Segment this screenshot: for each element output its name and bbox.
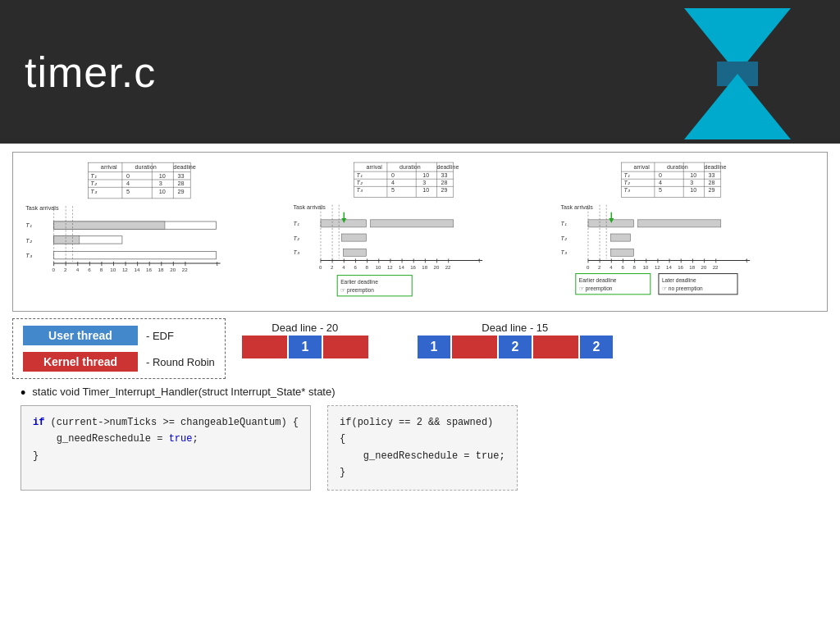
svg-text:Task arrivals: Task arrivals	[561, 204, 594, 211]
deadline-group-1: Dead line - 20 1	[242, 322, 368, 358]
bar-red-2	[323, 336, 368, 358]
svg-text:29: 29	[709, 187, 715, 194]
svg-text:T₁: T₁	[561, 221, 567, 227]
svg-text:4: 4	[610, 265, 614, 270]
svg-text:Earlier deadline: Earlier deadline	[579, 277, 617, 283]
diagram-3: arrival duration deadline T₁ 0 10 33 T₂ …	[557, 159, 819, 304]
svg-text:T₃: T₃	[624, 187, 631, 194]
svg-rect-147	[588, 220, 634, 227]
svg-text:arrival: arrival	[101, 163, 117, 171]
svg-text:duration: duration	[667, 164, 688, 171]
code-block-1: if (current->numTicks >= changeableQuant…	[21, 405, 311, 491]
diagram-2-svg: arrival duration deadline T₁ 0 10 33 T₂ …	[290, 159, 551, 304]
legend-box: User thread - EDF Kernel thread - Round …	[12, 318, 226, 379]
svg-text:8: 8	[365, 265, 368, 270]
svg-text:4: 4	[126, 180, 130, 187]
bar-blue-4: 2	[580, 336, 613, 358]
svg-text:T₂: T₂	[293, 235, 299, 242]
svg-text:22: 22	[713, 265, 719, 270]
svg-text:10: 10	[422, 172, 429, 179]
svg-text:6: 6	[354, 265, 357, 270]
svg-text:22: 22	[182, 267, 188, 272]
svg-text:2: 2	[331, 265, 334, 270]
logo	[684, 8, 791, 139]
deadline-1-label: Dead line - 20	[272, 322, 338, 334]
svg-text:6: 6	[622, 265, 625, 270]
svg-text:T₃: T₃	[25, 252, 32, 259]
svg-text:arrival: arrival	[634, 164, 651, 171]
svg-rect-89	[343, 249, 366, 256]
bullet-section: • static void Timer_Interrupt_Handler(st…	[21, 386, 828, 400]
svg-text:duration: duration	[399, 164, 421, 171]
svg-text:T₂: T₂	[25, 237, 32, 244]
svg-text:14: 14	[666, 265, 672, 270]
svg-rect-148	[638, 220, 721, 227]
bars-group-1: 1	[242, 336, 368, 358]
svg-text:10: 10	[159, 172, 166, 180]
svg-rect-28	[54, 236, 80, 244]
code1-true: true	[169, 433, 193, 445]
svg-rect-150	[611, 234, 631, 241]
code2-line2: {	[340, 433, 345, 445]
svg-text:22: 22	[445, 265, 450, 270]
svg-text:Task arrivals: Task arrivals	[293, 204, 326, 211]
logo-bottom-triangle	[684, 74, 791, 139]
svg-text:18: 18	[690, 265, 696, 270]
svg-text:T₃: T₃	[561, 249, 568, 256]
svg-text:8: 8	[100, 267, 103, 272]
bullet-text: static void Timer_Interrupt_Handler(stru…	[32, 386, 335, 398]
svg-text:deadline: deadline	[436, 164, 459, 171]
svg-text:10: 10	[159, 188, 166, 195]
code1-indent: g_needReschedule =	[33, 433, 169, 445]
svg-text:2: 2	[598, 265, 601, 270]
svg-text:5: 5	[659, 187, 662, 194]
svg-text:4: 4	[76, 267, 80, 272]
svg-text:3: 3	[159, 180, 162, 187]
timeline-area: Dead line - 20 1 Dead line - 15 1 2 2	[242, 318, 828, 362]
svg-text:2: 2	[64, 267, 67, 272]
svg-text:0: 0	[587, 265, 590, 270]
svg-text:0: 0	[126, 172, 130, 180]
svg-rect-25	[54, 221, 165, 229]
bullet-dot: •	[21, 386, 25, 400]
svg-text:28: 28	[178, 180, 185, 187]
svg-text:4: 4	[391, 180, 395, 186]
svg-text:29: 29	[441, 187, 447, 194]
svg-text:3: 3	[422, 180, 426, 186]
round-robin-label: - Round Robin	[146, 356, 215, 368]
svg-text:6: 6	[88, 267, 91, 272]
diagram-1-svg: arrival duration deadline T₁ 0 10 33 T₂ …	[21, 159, 283, 304]
svg-text:0: 0	[659, 172, 662, 179]
svg-text:12: 12	[122, 267, 128, 272]
diagram-2: arrival duration deadline T₁ 0 10 33 T₂ …	[290, 159, 551, 304]
svg-text:t: t	[746, 258, 747, 264]
svg-rect-152	[611, 249, 634, 256]
svg-text:T₂: T₂	[90, 180, 97, 187]
svg-text:Later deadline: Later deadline	[662, 277, 696, 283]
svg-text:20: 20	[701, 265, 707, 270]
bars-group-2: 1 2 2	[418, 336, 613, 358]
svg-text:10: 10	[375, 265, 381, 270]
user-thread-legend: User thread - EDF	[23, 326, 215, 345]
svg-rect-87	[341, 234, 366, 241]
code1-if-keyword: if	[33, 417, 44, 428]
svg-text:18: 18	[158, 267, 164, 272]
svg-text:33: 33	[178, 172, 185, 180]
svg-text:T₁: T₁	[624, 172, 630, 179]
svg-text:deadline: deadline	[705, 164, 727, 171]
svg-rect-30	[54, 251, 217, 258]
code-block-2: if(policy == 2 && spawned) { g_needResch…	[327, 405, 518, 491]
svg-text:0: 0	[319, 265, 322, 270]
svg-text:T₁: T₁	[25, 221, 31, 229]
svg-text:duration: duration	[135, 163, 157, 171]
svg-text:T₃: T₃	[293, 249, 299, 256]
svg-text:T₃: T₃	[90, 188, 97, 195]
bar-blue-1: 1	[289, 336, 322, 358]
bar-blue-2: 1	[418, 336, 450, 358]
svg-text:☞ no preemption: ☞ no preemption	[662, 285, 703, 292]
svg-text:arrival: arrival	[366, 164, 382, 171]
deadline-group-2: Dead line - 15 1 2 2	[418, 322, 613, 358]
svg-rect-84	[321, 220, 367, 227]
svg-text:0: 0	[52, 267, 56, 272]
svg-text:10: 10	[643, 265, 649, 270]
